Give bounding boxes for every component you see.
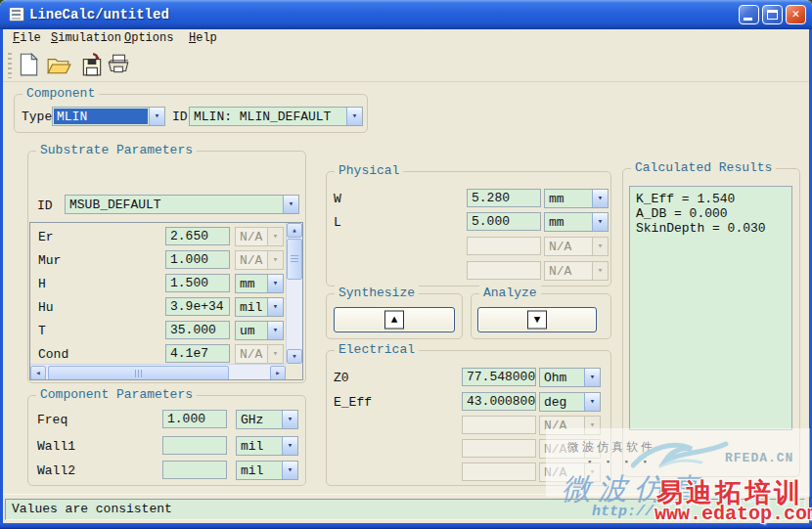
chevron-down-icon[interactable]: ▾ <box>282 437 297 455</box>
scroll-down-icon[interactable]: ▾ <box>287 349 302 364</box>
param-value-field[interactable]: 35.000 <box>165 321 230 339</box>
unit-value: mm <box>240 277 266 291</box>
param-value-field[interactable]: 4.1e7 <box>165 344 230 363</box>
chevron-down-icon[interactable]: ▾ <box>592 213 608 231</box>
chevron-down-icon[interactable]: ▾ <box>267 322 283 339</box>
param-value-field[interactable]: 5.000 <box>467 212 541 231</box>
app-icon <box>9 7 24 22</box>
param-unit-combo: N/A▾ <box>544 261 609 281</box>
menu-simulation[interactable]: Simulation <box>51 31 121 45</box>
param-unit-combo[interactable]: Ohm▾ <box>539 368 601 387</box>
scroll-right-icon[interactable]: ▸ <box>270 366 286 380</box>
toolbar-grip[interactable] <box>8 53 12 78</box>
toolbar <box>3 49 809 82</box>
param-value-field[interactable]: 3.9e+34 <box>165 297 230 316</box>
param-value-field[interactable]: 43.000800 <box>462 392 536 411</box>
param-unit-combo[interactable]: deg▾ <box>539 392 601 412</box>
close-button[interactable]: ✕ <box>786 5 806 24</box>
param-unit-combo[interactable]: mil▾ <box>236 461 298 480</box>
menu-help[interactable]: Help <box>189 31 217 45</box>
unit-value: N/A <box>544 442 583 457</box>
menu-simulation-label: imulation <box>58 31 121 45</box>
print-button[interactable] <box>106 52 135 79</box>
param-unit-combo[interactable]: GHz▾ <box>236 410 298 429</box>
param-label: Cond <box>38 347 68 362</box>
maximize-button[interactable] <box>762 5 783 24</box>
up-triangle-icon: ▲ <box>384 311 404 330</box>
chevron-down-icon[interactable]: ▾ <box>283 196 298 213</box>
type-combo-value: MLIN <box>54 109 148 124</box>
param-value-field[interactable]: 77.548000 <box>462 368 536 386</box>
menu-options-label: ptions <box>131 31 173 45</box>
param-label: Mur <box>38 253 61 268</box>
minimize-button[interactable] <box>739 5 759 24</box>
vertical-scrollbar[interactable]: ▴ ▾ <box>286 223 302 364</box>
component-id-label: ID <box>172 110 188 124</box>
substrate-id-value: MSUB_DEFAULT <box>69 198 282 212</box>
param-unit-combo[interactable]: mm▾ <box>235 274 284 293</box>
param-value-field[interactable] <box>162 436 227 455</box>
param-unit-combo[interactable]: N/A▾ <box>235 227 284 246</box>
substrate-group-title: Substrate Parameters <box>36 143 197 157</box>
menu-help-label: elp <box>196 31 217 45</box>
param-unit-combo[interactable]: mil▾ <box>235 297 284 317</box>
menu-options[interactable]: Options <box>124 31 173 45</box>
chevron-down-icon[interactable]: ▾ <box>592 190 608 207</box>
open-button[interactable] <box>46 52 75 79</box>
chevron-down-icon[interactable]: ▾ <box>584 369 600 386</box>
chevron-down-icon: ▾ <box>584 440 600 458</box>
param-unit-combo[interactable]: N/A▾ <box>235 250 284 270</box>
param-unit-combo: N/A▾ <box>539 463 601 482</box>
chevron-down-icon: ▾ <box>592 262 608 280</box>
analyze-button[interactable]: ▼ <box>477 307 597 332</box>
scroll-up-icon[interactable]: ▴ <box>287 223 302 238</box>
param-value-field[interactable]: 2.650 <box>165 227 230 245</box>
param-unit-combo[interactable]: mil▾ <box>236 436 298 456</box>
print-icon <box>106 52 131 77</box>
chevron-down-icon[interactable]: ▾ <box>267 298 283 316</box>
scroll-left-icon[interactable]: ◂ <box>30 366 46 380</box>
param-label: Wall2 <box>37 463 75 478</box>
vertical-scroll-thumb[interactable] <box>287 239 302 280</box>
synthesize-button[interactable]: ▲ <box>334 307 455 332</box>
component-id-combo[interactable]: MLIN: MLIN_DEFAULT ▾ <box>189 107 363 126</box>
unit-value: mil <box>240 300 266 315</box>
type-label: Type <box>22 110 52 124</box>
param-value-field <box>467 237 541 255</box>
title-bar[interactable]: LineCalc/untitled ✕ <box>0 0 812 29</box>
chevron-down-icon[interactable]: ▾ <box>282 411 297 428</box>
horizontal-scrollbar[interactable]: ◂ ▸ <box>30 364 286 380</box>
horizontal-scroll-thumb[interactable] <box>48 366 229 380</box>
param-value-field[interactable]: 1.000 <box>162 410 227 428</box>
param-value-field[interactable]: 1.500 <box>165 274 230 292</box>
window-title: LineCalc/untitled <box>29 7 169 22</box>
param-label: H <box>38 277 46 291</box>
chevron-down-icon: ▾ <box>592 238 608 255</box>
param-value-field[interactable]: 5.280 <box>467 189 541 207</box>
new-button[interactable] <box>16 52 45 79</box>
menu-file-label: ile <box>20 31 41 45</box>
param-unit-combo[interactable]: um▾ <box>235 321 284 340</box>
param-label: Freq <box>37 413 68 427</box>
results-box: K_Eff = 1.540 A_DB = 0.000 SkinDepth = 0… <box>629 186 792 430</box>
type-combo[interactable]: MLIN ▾ <box>52 107 165 126</box>
save-button[interactable] <box>79 52 109 79</box>
unit-value: N/A <box>240 347 266 362</box>
menu-bar: File Simulation Options Help <box>3 29 809 49</box>
menu-file[interactable]: File <box>13 31 41 45</box>
chevron-down-icon[interactable]: ▾ <box>149 108 164 125</box>
param-value-field[interactable]: 1.000 <box>165 250 230 269</box>
chevron-down-icon[interactable]: ▾ <box>267 275 283 292</box>
chevron-down-icon[interactable]: ▾ <box>346 108 362 125</box>
save-icon <box>79 52 105 77</box>
chevron-down-icon: ▾ <box>267 345 283 363</box>
substrate-id-combo[interactable]: MSUB_DEFAULT ▾ <box>65 195 299 214</box>
component-params-group-title: Component Parameters <box>36 387 197 402</box>
param-unit-combo[interactable]: N/A▾ <box>235 344 284 364</box>
chevron-down-icon[interactable]: ▾ <box>282 462 297 479</box>
param-unit-combo[interactable]: mm▾ <box>544 212 609 232</box>
unit-value: mil <box>241 463 281 478</box>
param-unit-combo[interactable]: mm▾ <box>544 189 609 208</box>
param-value-field[interactable] <box>162 461 227 479</box>
chevron-down-icon[interactable]: ▾ <box>584 393 600 411</box>
